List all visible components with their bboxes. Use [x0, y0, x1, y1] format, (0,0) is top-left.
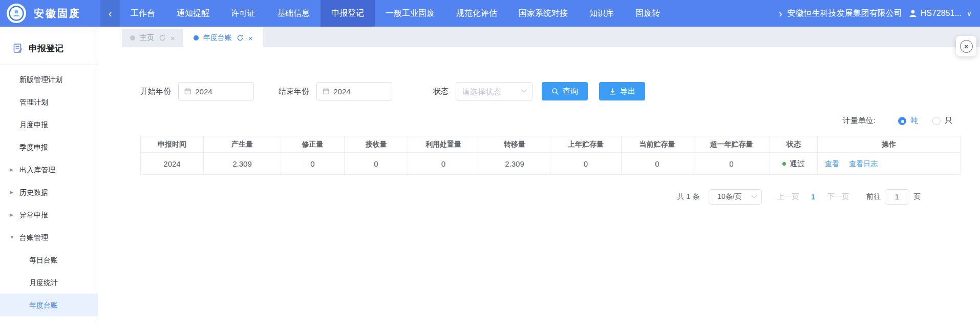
status-select-input[interactable] — [462, 87, 522, 96]
nav-scroll-right-icon[interactable]: › — [778, 8, 787, 19]
sidebar-item-new-management-plan[interactable]: 新版管理计划 — [0, 68, 98, 91]
next-page-button[interactable]: 下一页 — [827, 192, 849, 201]
sidebar-item-abnormal-declaration[interactable]: ▶异常申报 — [0, 204, 98, 226]
cell-over-one-year-storage: 0 — [693, 153, 770, 175]
sidebar-header: 申报登记 — [0, 27, 98, 65]
export-button[interactable]: 导出 — [599, 82, 645, 100]
sidebar-menu: 新版管理计划 管理计划 月度申报 季度申报 ▶出入库管理 ▶历史数据 ▶异常申报… — [0, 65, 98, 316]
table-header-row: 申报时间 产生量 修正量 接收量 利用处置量 转移量 上年贮存量 当前贮存量 超… — [141, 136, 961, 153]
col-corrected: 修正量 — [281, 136, 345, 153]
user-id[interactable]: HS72851... — [921, 9, 962, 18]
goto-page: 前往 页 — [866, 189, 921, 205]
sidebar: 申报登记 新版管理计划 管理计划 月度申报 季度申报 ▶出入库管理 ▶历史数据 … — [0, 27, 98, 324]
sidebar-item-quarterly-declaration[interactable]: 季度申报 — [0, 136, 98, 158]
search-button[interactable]: 查询 — [542, 82, 588, 100]
refresh-icon[interactable] — [159, 34, 166, 42]
search-icon — [551, 88, 559, 95]
sidebar-item-history-data[interactable]: ▶历史数据 — [0, 181, 98, 204]
unit-switch-row: 计量单位: 吨 只 — [140, 116, 952, 126]
calendar-icon — [323, 87, 329, 95]
unit-radio-piece[interactable]: 只 — [932, 116, 952, 126]
nav-item-national-system[interactable]: 国家系统对接 — [508, 0, 579, 27]
nav-item-license[interactable]: 许可证 — [220, 0, 266, 27]
chevron-left-icon: ‹ — [109, 8, 112, 19]
download-icon — [609, 88, 616, 95]
end-year-input[interactable] — [333, 87, 386, 96]
arrow-right-icon: ▶ — [10, 158, 13, 181]
tab-home[interactable]: 主页 × — [122, 29, 183, 47]
cell-last-year-storage: 0 — [550, 153, 622, 175]
nav-item-knowledge-base[interactable]: 知识库 — [579, 0, 625, 27]
col-status: 状态 — [770, 136, 818, 153]
content-panel: 开始年份 结束年份 — [99, 82, 980, 205]
nav-item-waste-transfer[interactable]: 固废转 — [625, 0, 671, 27]
col-last-year-storage: 上年贮存量 — [550, 136, 622, 153]
status-badge: 通过 — [790, 159, 805, 169]
close-icon[interactable]: × — [171, 34, 175, 42]
nav-item-declaration[interactable]: 申报登记 — [321, 0, 375, 27]
nav-item-general-industrial-waste[interactable]: 一般工业固废 — [375, 0, 445, 27]
top-nav: 安徽固废 ‹ 工作台 通知提醒 许可证 基础信息 申报登记 一般工业固废 规范化… — [0, 0, 980, 27]
cell-received: 0 — [345, 153, 408, 175]
annual-ledger-table: 申报时间 产生量 修正量 接收量 利用处置量 转移量 上年贮存量 当前贮存量 超… — [140, 136, 961, 175]
brand-title: 安徽固废 — [34, 7, 100, 21]
col-over-one-year-storage: 超一年贮存量 — [693, 136, 770, 153]
cell-utilized-disposed: 0 — [408, 153, 479, 175]
start-year-label: 开始年份 — [140, 87, 171, 96]
page-number-1[interactable]: 1 — [811, 193, 815, 201]
start-year-input[interactable] — [195, 87, 248, 96]
chevron-down-icon — [521, 87, 526, 93]
arrow-down-icon: ▼ — [10, 226, 14, 249]
search-button-label: 查询 — [563, 87, 578, 96]
sidebar-item-monthly-statistics[interactable]: 月度统计 — [0, 271, 98, 294]
company-name[interactable]: 安徽恒生科技发展集团有限公司 — [787, 8, 902, 19]
view-link[interactable]: 查看 — [825, 159, 839, 168]
prev-page-button[interactable]: 上一页 — [777, 192, 799, 201]
cell-declare-time: 2024 — [141, 153, 204, 175]
col-actions: 操作 — [818, 136, 961, 153]
radio-unselected-icon — [932, 117, 941, 125]
col-current-storage: 当前贮存量 — [622, 136, 693, 153]
end-year-label: 结束年份 — [279, 87, 309, 96]
calendar-icon — [184, 87, 191, 95]
total-count: 共 1 条 — [677, 192, 700, 201]
tab-dot-icon — [130, 35, 135, 40]
nav-item-workbench[interactable]: 工作台 — [120, 0, 166, 27]
cell-corrected: 0 — [281, 153, 345, 175]
unit-label: 计量单位: — [843, 116, 876, 126]
view-log-link[interactable]: 查看日志 — [849, 159, 878, 168]
top-nav-right: › 安徽恒生科技发展集团有限公司 HS72851... ∨ — [778, 8, 980, 19]
sidebar-item-monthly-declaration[interactable]: 月度申报 — [0, 113, 98, 136]
tab-dot-icon — [194, 35, 199, 40]
sidebar-collapse-button[interactable]: ‹ — [100, 0, 120, 27]
nav-item-standardization-assessment[interactable]: 规范化评估 — [445, 0, 508, 27]
goto-label: 前往 — [866, 192, 881, 201]
goto-page-input[interactable] — [885, 189, 909, 205]
status-dot-icon — [782, 162, 786, 166]
pagination: 共 1 条 10条/页 上一页 1 下一页 前往 页 — [140, 189, 921, 205]
top-nav-menu: 工作台 通知提醒 许可证 基础信息 申报登记 一般工业固废 规范化评估 国家系统… — [120, 0, 671, 27]
status-select[interactable] — [456, 82, 532, 100]
end-year-field[interactable] — [316, 82, 392, 100]
nav-item-notifications[interactable]: 通知提醒 — [166, 0, 220, 27]
close-icon[interactable]: × — [248, 34, 253, 42]
nav-item-basic-info[interactable]: 基础信息 — [266, 0, 321, 27]
sidebar-item-daily-ledger[interactable]: 每日台账 — [0, 249, 98, 271]
sidebar-title: 申报登记 — [29, 43, 63, 54]
arrow-right-icon: ▶ — [10, 204, 13, 226]
sidebar-item-ledger-management[interactable]: ▼台账管理 — [0, 226, 98, 249]
start-year-field[interactable] — [178, 82, 254, 100]
tab-annual-ledger[interactable]: 年度台账 × — [185, 29, 261, 47]
unit-option-label: 吨 — [910, 116, 918, 126]
close-all-tabs-button[interactable]: × — [956, 36, 976, 56]
status-label: 状态 — [433, 87, 449, 96]
chevron-down-icon[interactable]: ∨ — [967, 9, 972, 17]
page-size-select[interactable]: 10条/页 — [709, 189, 762, 205]
sidebar-item-management-plan[interactable]: 管理计划 — [0, 91, 98, 113]
sidebar-item-inout-warehouse[interactable]: ▶出入库管理 — [0, 158, 98, 181]
unit-radio-ton[interactable]: 吨 — [898, 116, 918, 126]
sidebar-item-annual-ledger[interactable]: 年度台账 — [0, 294, 98, 316]
filter-row: 开始年份 结束年份 — [140, 82, 961, 100]
page-size-value: 10条/页 — [717, 192, 741, 201]
refresh-icon[interactable] — [237, 34, 244, 42]
